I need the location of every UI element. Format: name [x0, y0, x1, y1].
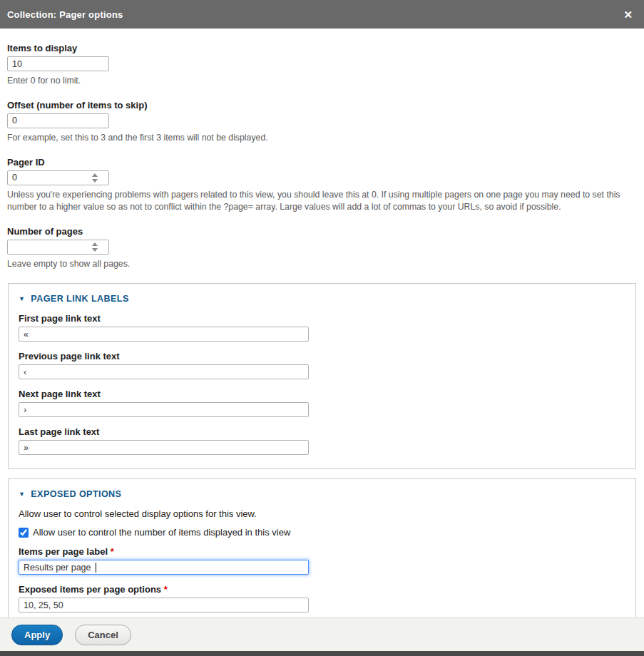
items-per-page-label-input[interactable]: [19, 560, 309, 575]
dialog-title: Collection: Pager options: [7, 9, 123, 20]
fieldset-exposed-options: ▼ EXPOSED OPTIONS Allow user to control …: [8, 478, 636, 617]
cancel-button[interactable]: Cancel: [75, 625, 131, 645]
first-page-link-input[interactable]: [19, 327, 309, 342]
form-item-next-page-link: Next page link text: [19, 389, 625, 417]
form-item-last-page-link: Last page link text: [19, 426, 625, 455]
first-page-link-label: First page link text: [19, 313, 625, 324]
items-per-page-label-label: Items per page label *: [19, 546, 625, 557]
form-item-exposed-items-options: Exposed items per page options * Set bet…: [19, 584, 625, 617]
pager-id-description: Unless you're experiencing problems with…: [7, 189, 637, 215]
pager-options-dialog: Collection: Pager options ✕ Items to dis…: [0, 0, 644, 656]
text-caret: [96, 563, 96, 573]
required-mark: *: [164, 584, 168, 595]
exposed-items-options-label: Exposed items per page options *: [19, 584, 625, 595]
dialog-footer: Apply Cancel: [0, 617, 644, 651]
offset-label: Offset (number of items to skip): [7, 100, 637, 111]
number-of-pages-label: Number of pages: [7, 226, 637, 237]
form-item-offset: Offset (number of items to skip) For exa…: [7, 100, 637, 145]
exposed-options-legend-text: EXPOSED OPTIONS: [31, 489, 121, 499]
pager-link-labels-legend-text: PAGER LINK LABELS: [31, 294, 128, 304]
form-item-pager-id: Pager ID Unless you're experiencing prob…: [7, 157, 637, 215]
number-of-pages-description: Leave empty to show all pages.: [7, 258, 637, 271]
close-icon[interactable]: ✕: [620, 8, 635, 21]
page-background-strip: [0, 651, 644, 656]
form-item-items-to-display: Items to display Enter 0 for no limit.: [7, 43, 637, 88]
items-to-display-input[interactable]: [7, 56, 109, 71]
apply-button[interactable]: Apply: [11, 625, 63, 645]
items-to-display-description: Enter 0 for no limit.: [7, 75, 637, 88]
exposed-options-legend[interactable]: ▼ EXPOSED OPTIONS: [19, 489, 625, 499]
previous-page-link-input[interactable]: [19, 364, 309, 379]
last-page-link-label: Last page link text: [19, 426, 625, 437]
fieldset-pager-link-labels: ▼ PAGER LINK LABELS First page link text…: [8, 283, 636, 469]
offset-description: For example, set this to 3 and the first…: [7, 132, 637, 145]
dialog-body: Items to display Enter 0 for no limit. O…: [0, 29, 644, 617]
pager-id-label: Pager ID: [7, 157, 637, 168]
control-items-checkbox[interactable]: [19, 528, 29, 538]
items-to-display-label: Items to display: [7, 43, 637, 53]
exposed-options-intro: Allow user to control selected display o…: [19, 508, 625, 519]
collapse-arrow-icon: ▼: [19, 491, 25, 498]
last-page-link-input[interactable]: [19, 440, 309, 455]
exposed-items-options-input[interactable]: [19, 598, 309, 613]
next-page-link-input[interactable]: [19, 402, 309, 417]
collapse-arrow-icon: ▼: [19, 296, 25, 302]
next-page-link-label: Next page link text: [19, 389, 625, 399]
form-item-number-of-pages: Number of pages Leave empty to show all …: [7, 226, 637, 271]
required-mark: *: [111, 546, 114, 557]
form-item-items-per-page-label: Items per page label *: [19, 546, 625, 575]
offset-input[interactable]: [7, 113, 109, 128]
pager-link-labels-legend[interactable]: ▼ PAGER LINK LABELS: [19, 294, 625, 304]
pager-id-input[interactable]: [7, 170, 109, 185]
dialog-header: Collection: Pager options ✕: [0, 0, 644, 29]
number-of-pages-input[interactable]: [7, 240, 109, 255]
previous-page-link-label: Previous page link text: [19, 351, 625, 362]
form-item-previous-page-link: Previous page link text: [19, 351, 625, 379]
control-items-checkbox-row: Allow user to control the number of item…: [19, 527, 625, 538]
control-items-checkbox-label: Allow user to control the number of item…: [33, 527, 290, 538]
form-item-first-page-link: First page link text: [19, 313, 625, 342]
